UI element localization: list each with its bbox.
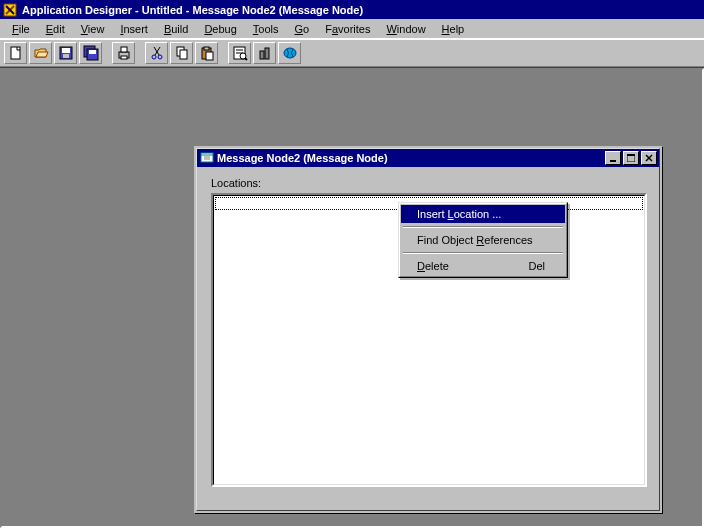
menu-help[interactable]: Help	[434, 21, 473, 37]
menu-insert[interactable]: Insert	[112, 21, 156, 37]
svg-rect-9	[89, 50, 96, 54]
menu-edit[interactable]: Edit	[38, 21, 73, 37]
svg-rect-21	[206, 52, 213, 60]
copy-button[interactable]	[170, 42, 193, 64]
child-window-message-node: Message Node2 (Message Node) Locations:	[194, 146, 662, 513]
svg-point-16	[158, 55, 162, 59]
svg-rect-18	[180, 50, 187, 59]
svg-line-13	[154, 47, 159, 55]
svg-line-26	[245, 58, 247, 60]
child-title-text: Message Node2 (Message Node)	[217, 152, 603, 164]
main-title-text: Application Designer - Untitled - Messag…	[22, 4, 702, 16]
save-all-button[interactable]	[79, 42, 102, 64]
context-menu: Insert Location ... Find Object Referenc…	[398, 202, 568, 278]
locations-listbox[interactable]: Insert Location ... Find Object Referenc…	[211, 193, 647, 487]
menu-item-delete-shortcut: Del	[528, 260, 545, 272]
child-window-icon	[199, 150, 215, 166]
toolbar	[0, 39, 704, 67]
menu-go[interactable]: Go	[287, 21, 318, 37]
locations-label: Locations:	[211, 177, 645, 189]
menu-favorites[interactable]: Favorites	[317, 21, 378, 37]
menu-file[interactable]: File	[4, 21, 38, 37]
svg-rect-34	[610, 160, 616, 162]
run-button[interactable]	[278, 42, 301, 64]
svg-point-15	[152, 55, 156, 59]
maximize-button[interactable]	[623, 151, 639, 165]
svg-line-14	[155, 47, 160, 55]
new-button[interactable]	[4, 42, 27, 64]
main-title-bar: Application Designer - Untitled - Messag…	[0, 0, 704, 19]
minimize-button[interactable]	[605, 151, 621, 165]
menu-item-find-references[interactable]: Find Object References	[401, 231, 565, 249]
save-button[interactable]	[54, 42, 77, 64]
menu-bar: File Edit View Insert Build Debug Tools …	[0, 19, 704, 39]
print-button[interactable]	[112, 42, 135, 64]
svg-rect-3	[11, 47, 20, 59]
menu-item-delete[interactable]: Delete Del	[401, 257, 565, 275]
svg-point-29	[284, 48, 296, 58]
properties-button[interactable]	[228, 42, 251, 64]
svg-rect-36	[627, 154, 635, 156]
menu-item-insert-location[interactable]: Insert Location ...	[401, 205, 565, 223]
svg-rect-27	[260, 51, 264, 59]
menu-window[interactable]: Window	[378, 21, 433, 37]
mdi-client-area: Message Node2 (Message Node) Locations:	[0, 67, 704, 528]
open-button[interactable]	[29, 42, 52, 64]
svg-rect-12	[121, 56, 127, 59]
menu-build[interactable]: Build	[156, 21, 196, 37]
cut-button[interactable]	[145, 42, 168, 64]
menu-tools[interactable]: Tools	[245, 21, 287, 37]
svg-rect-11	[121, 47, 127, 52]
menu-separator	[403, 252, 563, 254]
svg-rect-28	[265, 48, 269, 59]
close-button[interactable]	[641, 151, 657, 165]
svg-rect-6	[63, 54, 69, 58]
menu-view[interactable]: View	[73, 21, 113, 37]
svg-rect-5	[62, 48, 70, 53]
child-title-bar[interactable]: Message Node2 (Message Node)	[197, 149, 659, 167]
menu-debug[interactable]: Debug	[196, 21, 244, 37]
build-button[interactable]	[253, 42, 276, 64]
svg-rect-20	[204, 47, 209, 50]
app-icon	[2, 2, 18, 18]
child-body: Locations: Insert Location ...	[197, 167, 659, 497]
menu-separator	[403, 226, 563, 228]
paste-button[interactable]	[195, 42, 218, 64]
